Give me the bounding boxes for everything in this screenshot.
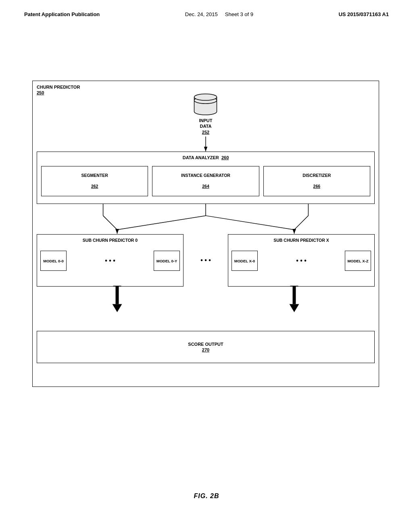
header-left: Patent Application Publication <box>24 11 100 17</box>
model-xz-text: MODEL X-Z <box>347 259 368 263</box>
sub-predictors-row: SUB CHURN PREDICTOR 0 MODEL 0-0 • • • MO… <box>37 234 375 287</box>
churn-predictor-ref: 250 <box>37 90 44 95</box>
svg-line-15 <box>294 216 308 230</box>
churn-predictor-box: CHURN PREDICTOR 250 <box>32 81 379 387</box>
svg-point-5 <box>194 94 217 100</box>
page: Patent Application Publication Dec. 24, … <box>0 0 413 532</box>
figure-text: FIG. 2B <box>194 493 219 499</box>
figure-label: FIG. 2B <box>194 493 219 500</box>
diagram-area: CHURN PREDICTOR 250 <box>32 81 381 387</box>
model-x0-box: MODEL X-0 <box>232 251 258 271</box>
svg-line-10 <box>103 216 117 230</box>
score-output-box: SCORE OUTPUT 270 <box>37 331 375 363</box>
date-label: Dec. 24, 2015 <box>185 11 218 17</box>
data-analyzer-label: DATA ANALYZER 260 <box>183 155 229 160</box>
model-00-box: MODEL 0-0 <box>40 251 67 271</box>
input-data-text: INPUT DATA <box>199 118 213 129</box>
svg-marker-20 <box>113 304 122 312</box>
sheet-label: Sheet 3 of 9 <box>225 11 253 17</box>
instance-generator-ref: 264 <box>202 184 209 189</box>
sub-churn-x-text: SUB CHURN PREDICTOR X <box>273 238 329 243</box>
patent-number: US 2015/0371163 A1 <box>338 11 389 17</box>
sub-churn-0-label: SUB CHURN PREDICTOR 0 <box>83 238 138 243</box>
instance-generator-box: INSTANCE GENERATOR 264 <box>152 166 259 196</box>
model-x0-text: MODEL X-0 <box>234 259 255 263</box>
header-right: US 2015/0371163 A1 <box>338 11 389 17</box>
input-data-container: INPUT DATA 252 <box>193 93 219 135</box>
svg-line-12 <box>117 216 206 230</box>
score-output-ref: 270 <box>202 347 209 352</box>
dots-x: • • • <box>260 257 342 264</box>
sub-boxes: SEGMENTER 262 INSTANCE GENERATOR 264 DIS… <box>41 166 370 196</box>
model-0y-text: MODEL 0-Y <box>156 259 177 263</box>
model-00-text: MODEL 0-0 <box>43 259 64 263</box>
sub-churn-x-label: SUB CHURN PREDICTOR X <box>273 238 329 243</box>
dots-0: • • • <box>69 257 151 264</box>
segmenter-text: SEGMENTER <box>81 173 108 179</box>
model-xz-box: MODEL X-Z <box>345 251 371 271</box>
sub-churn-x-box: SUB CHURN PREDICTOR X MODEL X-0 • • • MO… <box>228 234 375 287</box>
data-analyzer-text: DATA ANALYZER <box>183 155 219 160</box>
discretizer-box: DISCRETIZER 266 <box>263 166 370 196</box>
header: Patent Application Publication Dec. 24, … <box>0 0 413 17</box>
model-boxes-x: MODEL X-0 • • • MODEL X-Z <box>232 249 371 273</box>
svg-marker-23 <box>290 304 299 312</box>
database-icon <box>193 93 219 115</box>
publication-label: Patent Application Publication <box>24 11 100 17</box>
instance-generator-text: INSTANCE GENERATOR <box>181 173 230 179</box>
svg-line-13 <box>206 216 294 230</box>
discretizer-text: DISCRETIZER <box>302 173 331 179</box>
between-sub-predictors-dots: • • • <box>196 234 216 287</box>
score-output-label: SCORE OUTPUT 270 <box>188 341 223 353</box>
score-output-text: SCORE OUTPUT <box>188 342 223 347</box>
churn-predictor-text: CHURN PREDICTOR <box>37 85 80 89</box>
segmenter-ref: 262 <box>91 184 98 189</box>
input-data-ref: 252 <box>202 130 209 135</box>
data-analyzer-ref: 260 <box>221 155 229 160</box>
churn-predictor-label: CHURN PREDICTOR 250 <box>37 84 80 96</box>
data-analyzer-box: DATA ANALYZER 260 SEGMENTER 262 INSTANCE… <box>37 152 375 204</box>
sub-churn-0-box: SUB CHURN PREDICTOR 0 MODEL 0-0 • • • MO… <box>37 234 184 287</box>
header-center: Dec. 24, 2015 Sheet 3 of 9 <box>185 11 253 17</box>
input-data-label: INPUT DATA 252 <box>199 118 213 135</box>
model-0y-box: MODEL 0-Y <box>154 251 180 271</box>
discretizer-ref: 266 <box>313 184 321 189</box>
sub-churn-0-text: SUB CHURN PREDICTOR 0 <box>83 238 138 243</box>
segmenter-box: SEGMENTER 262 <box>41 166 148 196</box>
model-boxes-0: MODEL 0-0 • • • MODEL 0-Y <box>40 249 180 273</box>
